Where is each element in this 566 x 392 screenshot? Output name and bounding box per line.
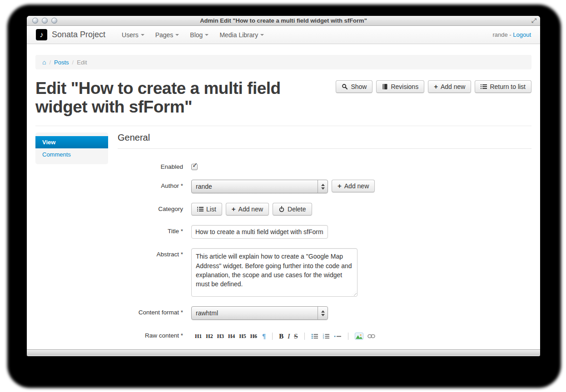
window-titlebar: Admin Edit "How to create a multi field …: [27, 16, 540, 26]
window-title: Admin Edit "How to create a multi field …: [27, 17, 540, 24]
browser-window: Admin Edit "How to create a multi field …: [27, 16, 540, 356]
image-icon[interactable]: [355, 333, 363, 340]
nav-item-blog[interactable]: Blog: [190, 31, 209, 39]
category-delete-button[interactable]: Delete: [273, 203, 312, 216]
plus-icon: +: [338, 184, 342, 188]
page-actions: Show Revisions + Add new Return to list: [336, 80, 531, 93]
checkmark-icon: ✓: [192, 161, 198, 169]
chevron-down-icon: [260, 34, 264, 36]
nav-item-users[interactable]: Users: [122, 31, 144, 39]
unordered-list-icon[interactable]: [311, 333, 318, 339]
breadcrumb-edit: Edit: [77, 59, 87, 66]
book-icon: [382, 83, 388, 90]
heading-6-button[interactable]: H6: [250, 333, 257, 340]
list-icon: [481, 84, 487, 89]
heading-1-button[interactable]: H1: [195, 333, 202, 340]
section-title: General: [118, 132, 531, 149]
content-format-select[interactable]: rawhtml: [191, 306, 328, 320]
tab-comments[interactable]: Comments: [35, 148, 108, 161]
breadcrumb: ⌂ / Posts / Edit: [35, 55, 531, 69]
toolbar-divider: [272, 333, 273, 340]
author-add-new-button[interactable]: + Add new: [332, 180, 375, 192]
chevron-down-icon: [141, 34, 144, 36]
abstract-textarea[interactable]: This article will explain how to create …: [191, 248, 357, 297]
category-add-new-button[interactable]: + Add new: [226, 203, 269, 216]
category-label: Category: [118, 203, 183, 216]
home-icon[interactable]: ⌂: [42, 59, 46, 66]
chevron-down-icon: [205, 34, 209, 36]
return-to-list-button[interactable]: Return to list: [475, 80, 531, 93]
field-enabled: Enabled ✓: [118, 161, 531, 170]
field-content-format: Content format * rawhtml: [118, 306, 531, 320]
svg-text:3: 3: [323, 338, 324, 340]
fullscreen-icon[interactable]: ⤢: [531, 17, 536, 24]
select-stepper-icon: [318, 307, 328, 319]
resize-grip-icon[interactable]: [352, 291, 357, 296]
toolbar-divider: [348, 333, 348, 340]
strikethrough-button[interactable]: S: [294, 333, 298, 340]
category-list-button[interactable]: List: [191, 203, 222, 216]
window-bottom-edge: [27, 349, 540, 356]
title-input[interactable]: How to create a multi field widget with …: [191, 225, 328, 239]
logout-link[interactable]: Logout: [513, 31, 531, 38]
plus-icon: +: [434, 84, 438, 89]
enabled-label: Enabled: [118, 161, 183, 170]
breadcrumb-posts[interactable]: Posts: [54, 59, 69, 66]
tab-view[interactable]: View: [35, 136, 108, 148]
page-viewport: ♪ Sonata Project Users Pages Blog Media …: [27, 26, 540, 349]
field-title: Title * How to create a multi field widg…: [118, 225, 531, 239]
field-abstract: Abstract * This article will explain how…: [118, 248, 531, 297]
revisions-button[interactable]: Revisions: [376, 80, 424, 93]
title-label: Title *: [118, 225, 183, 239]
search-icon: [342, 83, 348, 90]
plus-icon: +: [232, 207, 236, 211]
heading-2-button[interactable]: H2: [206, 333, 213, 340]
heading-5-button[interactable]: H5: [239, 333, 246, 340]
field-raw-content: Raw content * H1 H2 H3 H4 H5 H6 ¶ B I: [118, 329, 531, 341]
raw-content-label: Raw content *: [118, 329, 183, 341]
main-navbar: ♪ Sonata Project Users Pages Blog Media …: [27, 26, 540, 44]
enabled-checkbox[interactable]: ✓: [191, 164, 198, 170]
nav-item-pages[interactable]: Pages: [155, 31, 179, 39]
nav-item-media-library[interactable]: Media Library: [219, 31, 264, 39]
content-format-label: Content format *: [118, 306, 183, 320]
ordered-list-icon[interactable]: 123: [323, 333, 330, 339]
power-icon: [278, 206, 285, 212]
user-area: rande - Logout: [492, 31, 531, 38]
page-title: Edit "How to create a multi field widget…: [35, 79, 326, 116]
markdown-toolbar: H1 H2 H3 H4 H5 H6 ¶ B I S: [195, 331, 375, 341]
chevron-down-icon: [175, 34, 179, 36]
heading-4-button[interactable]: H4: [228, 333, 235, 340]
field-category: Category List + Add new: [118, 203, 531, 216]
add-new-button[interactable]: + Add new: [428, 80, 471, 93]
bold-button[interactable]: B: [279, 333, 283, 340]
username: rande: [492, 31, 507, 38]
link-icon[interactable]: [367, 334, 375, 338]
horizontal-rule-icon[interactable]: [334, 334, 342, 338]
header-divider: [35, 126, 531, 126]
sonata-logo-icon[interactable]: ♪: [36, 29, 47, 40]
show-button[interactable]: Show: [336, 80, 372, 93]
brand-link[interactable]: Sonata Project: [52, 30, 105, 39]
paragraph-button[interactable]: ¶: [262, 333, 266, 340]
toolbar-divider: [304, 333, 305, 340]
list-icon: [197, 206, 204, 212]
side-tab-list: View Comments: [35, 132, 108, 164]
edit-form: General Enabled ✓ Author * rande: [118, 132, 531, 349]
author-select[interactable]: rande: [191, 180, 328, 193]
abstract-label: Abstract *: [118, 248, 183, 297]
select-stepper-icon: [318, 180, 328, 193]
heading-3-button[interactable]: H3: [217, 333, 224, 340]
field-author: Author * rande + Add new: [118, 180, 531, 193]
author-label: Author *: [118, 180, 183, 193]
nav-menu: Users Pages Blog Media Library: [122, 31, 264, 39]
italic-button[interactable]: I: [288, 333, 290, 340]
